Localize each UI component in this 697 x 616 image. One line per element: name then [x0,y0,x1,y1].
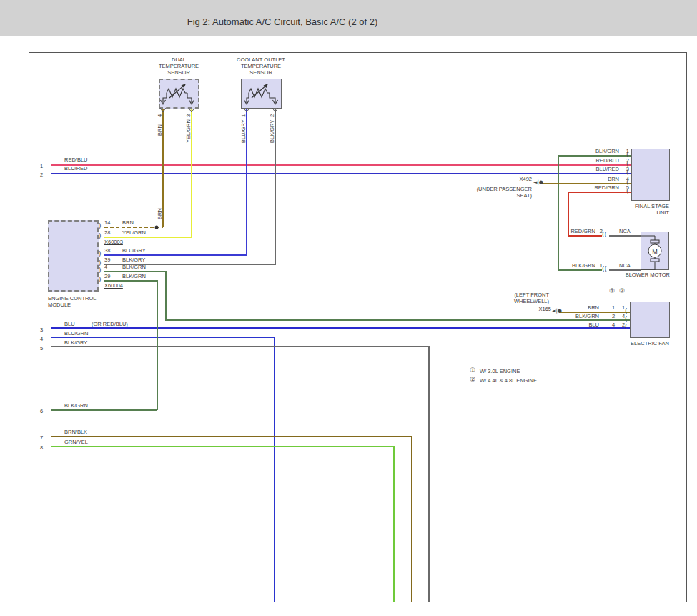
pin-arc-right-icon: ) [99,251,102,257]
dual-temp-sensor-name: DUAL [172,57,186,63]
connector-plug-icon: ◄|● [533,179,543,186]
coolant-sensor-name: SENSOR [249,70,272,76]
wire-color-note: (OR RED/BLU) [92,322,128,327]
location-note: SEAT) [516,193,532,199]
pin-number: 38 [104,248,110,254]
wire-color-label: BLU/RED [595,167,619,172]
location-note: WHEELWELL) [514,299,549,304]
wire-row7-brn-blk [51,437,412,602]
connector-id: X60004 [104,283,123,289]
wire-color-label: BRN [608,177,619,182]
pin-arc-right-icon: ) [99,267,102,274]
wire-color-label: BRN [157,208,163,219]
wire-blk-grn-ecm-pin29 [104,281,157,410]
wire-color-label: BRN/BLK [64,429,87,435]
pin-arc-right-icon: ) [99,277,102,283]
row-number: 5 [40,346,43,352]
wire-color-label: BRN [122,220,134,226]
legend-item: W/ 3.0L ENGINE [480,369,520,374]
wire-row5-blk-gry [51,347,429,602]
component-label: ELECTRIC FAN [631,341,669,347]
wire-color-label: BLK/GRN [575,314,599,319]
wire-color-label: BLK/GRN [122,264,146,270]
pin-number: 14 [104,220,110,226]
pin-arc-left-icon: ( [626,151,629,158]
wire-color-label: RED/GRN [570,229,595,234]
legend-item: W/ 4.4L & 4.8L ENGINE [480,378,537,384]
coolant-sensor-name: COOLANT OUTLET [237,57,285,63]
wire-color-label: BLK/GRN [64,403,88,409]
circled-2-icon: ② [470,377,475,383]
circled-1-icon: ① [470,367,475,374]
pin-number: 1 [612,305,615,311]
inline-connector-icon: (( [602,266,607,272]
circled-1-icon: ① [609,288,615,294]
row-number: 8 [40,445,43,451]
coolant-sensor-name: TEMPERATURE [241,64,281,69]
diagram-viewer: Fig 2: Automatic A/C Circuit, Basic A/C … [0,0,697,616]
motor-m-label: M [652,248,658,255]
wire-color-label: BLU/RED [64,166,88,172]
wire-color-label: BLU [588,322,599,328]
wire-color-label: BLK/GRN [595,149,619,154]
row-number: 6 [40,409,43,414]
wire-row8-grn-yel [51,447,394,602]
wire-row4-blu-grn [51,337,275,602]
pin-number: 4 [157,114,163,117]
pin-arc-left-icon: ( [626,179,629,186]
row-number: 4 [40,337,43,342]
wire-color-label: RED/BLU [595,158,619,164]
component-label: MODULE [48,302,71,308]
location-note: (UNDER PASSENGER [477,187,532,192]
nca-label: NCA [619,229,631,234]
pin-number: 3 [186,114,192,117]
pin-arc-right-icon: ) [99,233,102,239]
wire-color-label: YEL/GRN [122,230,146,236]
pin-arc-left-icon: ( [625,316,628,322]
dual-temp-sensor-name: SENSOR [167,70,190,76]
pin-arc-left-icon: ( [626,188,629,194]
wire-color-label: RED/GRN [594,185,619,191]
pin-number: 39 [104,257,110,263]
wire-color-label: BRN [588,305,599,311]
pin-arc-right-icon: ) [99,223,102,229]
wire-color-label: BLK/GRN [122,274,146,279]
motor-icon: M [641,232,669,270]
pin-number: 2 [612,314,615,319]
pin-arc-left-icon: ( [625,324,628,330]
junction-dot [155,226,159,229]
wire-color-label: BLK/GRY [64,340,87,346]
connector-id: X492 [519,177,532,182]
pin-number: 28 [104,230,110,236]
wire-color-label: BLU/GRY [241,119,247,143]
dual-temp-sensor-name: TEMPERATURE [159,64,199,69]
pin-arc-left-icon: ( [625,308,628,314]
wire-color-label: BLK/GRY [122,257,145,263]
connector-plug-icon: ◄|● [552,308,562,314]
location-note: (LEFT FRONT [514,292,549,298]
row-number: 1 [40,164,43,169]
wire-color-label: BRN [157,124,163,136]
pin-number: 4 [612,322,615,328]
wire-blk-grn-ecm-pin4 [104,272,630,320]
component-label: FINAL STAGE [635,204,669,209]
wire-color-label: BLU/GRY [122,248,146,254]
pin-arc-left-icon: ( [626,161,629,167]
connector-id: X60003 [104,239,123,245]
nca-label: NCA [619,263,631,269]
row-number: 2 [40,172,43,178]
wire-color-label: RED/BLU [64,157,88,163]
pin-arc-right-icon: ) [99,260,102,267]
component-label: UNIT [657,210,670,216]
circled-2-icon: ② [619,288,625,294]
component-label: BLOWER MOTOR [626,272,670,278]
thermistor-icon [159,79,199,109]
wire-color-label: BLU/GRN [64,331,88,337]
component-label: ENGINE CONTROL [48,296,97,302]
pin-arc-left-icon: ( [626,169,629,176]
wire-color-label: GRN/YEL [64,439,88,445]
row-number: 3 [40,327,43,333]
pin-number: 2 [270,114,275,117]
pin-number: 1 [241,114,247,117]
inline-connector-icon: (( [602,232,607,238]
